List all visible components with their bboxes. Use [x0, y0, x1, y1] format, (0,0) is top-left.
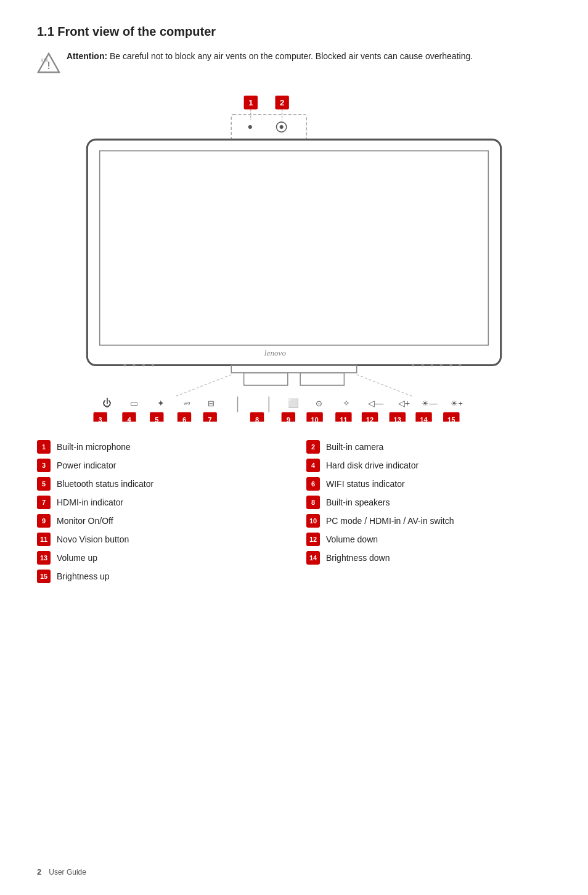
svg-point-14	[123, 364, 126, 366]
svg-point-8	[248, 125, 252, 129]
svg-text:13: 13	[394, 416, 401, 422]
svg-point-10	[280, 125, 284, 129]
svg-text:▭: ▭	[130, 398, 138, 408]
legend-item: 11Novo Vision button	[37, 533, 282, 546]
page-title: 1.1 Front view of the computer	[37, 25, 551, 39]
legend-item: 9Monitor On/Off	[37, 514, 282, 528]
legend-badge: 4	[306, 459, 320, 472]
legend-text: Hard disk drive indicator	[326, 460, 419, 470]
legend-badge: 9	[37, 514, 51, 528]
svg-rect-24	[231, 366, 356, 373]
legend-item: 1Built-in microphone	[37, 440, 282, 454]
svg-rect-7	[231, 115, 306, 140]
legend-item: 12Volume down	[306, 533, 551, 546]
svg-point-17	[152, 364, 154, 366]
legend-text: PC mode / HDMI-in / AV-in switch	[326, 516, 454, 526]
legend-text: Brightness down	[326, 553, 390, 563]
attention-block: ! §§§ Attention: Be careful not to block…	[37, 50, 551, 75]
legend-badge: 1	[37, 440, 51, 454]
legend-text: Novo Vision button	[57, 534, 129, 544]
svg-text:☀—: ☀—	[422, 399, 438, 408]
svg-text:4: 4	[127, 416, 131, 422]
svg-rect-25	[244, 373, 288, 385]
legend-item: 6WIFI status indicator	[306, 477, 551, 491]
legend-text: HDMI-in indicator	[57, 497, 123, 507]
legend-item: 4Hard disk drive indicator	[306, 459, 551, 472]
legend: 1Built-in microphone2Built-in camera3Pow…	[37, 440, 551, 583]
footer: 2 User Guide	[37, 867, 86, 877]
svg-point-23	[459, 364, 461, 366]
svg-text:6: 6	[182, 416, 186, 422]
svg-point-19	[421, 364, 423, 366]
svg-text:⊟: ⊟	[208, 399, 214, 408]
diagram-svg: 1 2 lenovo	[37, 89, 551, 422]
legend-item: 13Volume up	[37, 551, 282, 565]
attention-icon: ! §§§	[37, 51, 60, 75]
legend-item: 3Power indicator	[37, 459, 282, 472]
legend-badge: 2	[306, 440, 320, 454]
svg-point-15	[133, 364, 136, 366]
svg-text:9: 9	[287, 416, 290, 422]
svg-text:5: 5	[155, 416, 158, 422]
legend-badge: 5	[37, 477, 51, 491]
legend-item: 15Brightness up	[37, 570, 282, 583]
legend-item: 8Built-in speakers	[306, 496, 551, 509]
svg-text:✧: ✧	[343, 398, 350, 408]
legend-text: Bluetooth status indicator	[57, 479, 153, 489]
svg-text:8: 8	[255, 416, 259, 422]
svg-text:⬜: ⬜	[288, 398, 299, 409]
legend-item: 5Bluetooth status indicator	[37, 477, 282, 491]
legend-badge: 13	[37, 551, 51, 565]
svg-point-20	[431, 364, 433, 366]
svg-rect-26	[300, 373, 344, 385]
svg-text:☀+: ☀+	[451, 399, 463, 408]
svg-rect-12	[100, 151, 489, 345]
legend-badge: 12	[306, 533, 320, 546]
svg-text:12: 12	[366, 416, 374, 422]
legend-badge: 7	[37, 496, 51, 509]
svg-text:⏻: ⏻	[102, 398, 112, 408]
legend-text: Power indicator	[57, 460, 116, 470]
svg-rect-11	[87, 139, 500, 365]
legend-text: Brightness up	[57, 571, 110, 581]
svg-text:14: 14	[420, 416, 428, 422]
legend-badge: 6	[306, 477, 320, 491]
computer-diagram: 1 2 lenovo	[37, 89, 551, 422]
svg-point-16	[142, 364, 145, 366]
svg-text:⊙: ⊙	[316, 399, 322, 408]
svg-text:◁—: ◁—	[368, 398, 384, 408]
legend-text: Built-in camera	[326, 442, 383, 452]
svg-text:✦: ✦	[157, 398, 165, 408]
legend-text: Volume up	[57, 553, 97, 563]
legend-badge: 10	[306, 514, 320, 528]
legend-text: Volume down	[326, 534, 378, 544]
svg-point-18	[412, 364, 414, 366]
svg-line-28	[357, 375, 414, 397]
legend-badge: 15	[37, 570, 51, 583]
legend-badge: 11	[37, 533, 51, 546]
svg-point-22	[449, 364, 452, 366]
legend-item: 7HDMI-in indicator	[37, 496, 282, 509]
svg-text:10: 10	[311, 416, 318, 422]
svg-text:11: 11	[340, 416, 347, 422]
svg-text:7: 7	[208, 416, 212, 422]
svg-text:ʷ⁰: ʷ⁰	[184, 401, 190, 408]
svg-text:2: 2	[280, 98, 284, 107]
svg-point-21	[440, 364, 443, 366]
svg-text:3: 3	[99, 416, 102, 422]
svg-line-27	[175, 375, 232, 397]
legend-item: 10PC mode / HDMI-in / AV-in switch	[306, 514, 551, 528]
svg-text:lenovo: lenovo	[264, 348, 287, 358]
legend-badge: 8	[306, 496, 320, 509]
legend-badge: 3	[37, 459, 51, 472]
svg-text:§§§: §§§	[41, 58, 48, 62]
legend-text: Built-in microphone	[57, 442, 131, 452]
svg-text:1: 1	[248, 98, 253, 107]
legend-item: 2Built-in camera	[306, 440, 551, 454]
attention-text: Attention: Be careful not to block any a…	[67, 50, 473, 63]
legend-item: 14Brightness down	[306, 551, 551, 565]
svg-text:15: 15	[447, 416, 455, 422]
legend-text: Built-in speakers	[326, 497, 390, 507]
legend-text: WIFI status indicator	[326, 479, 405, 489]
legend-text: Monitor On/Off	[57, 516, 113, 526]
